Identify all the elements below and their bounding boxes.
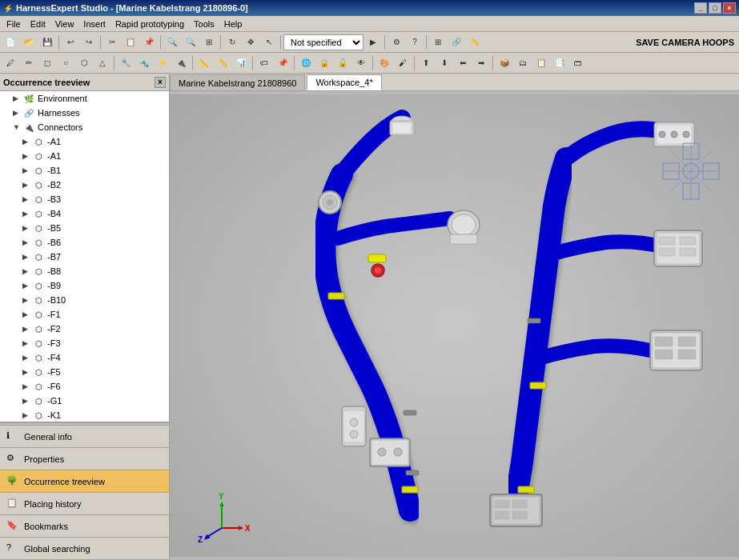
copy-button[interactable]: 📋 — [122, 34, 139, 51]
tree-item[interactable]: ▶⬡-B3 — [0, 192, 169, 206]
tb2-btn9[interactable]: ⚡ — [154, 54, 171, 72]
settings-button[interactable]: ⚙ — [388, 34, 405, 51]
cut-button[interactable]: ✂ — [103, 34, 121, 51]
tree-item[interactable]: ▶🔗Harnesses — [0, 106, 169, 120]
tb2-btn1[interactable]: 🖊 — [2, 54, 19, 72]
tb2-btn4[interactable]: ○ — [57, 54, 74, 72]
undo-button[interactable]: ↩ — [62, 34, 79, 51]
treeview-close-button[interactable]: × — [155, 77, 166, 88]
paste-button[interactable]: 📌 — [140, 34, 158, 51]
tree-item[interactable]: ▶⬡-G1 — [0, 394, 169, 408]
close-button[interactable]: × — [723, 2, 736, 14]
tb2-btn27[interactable]: 🗂 — [514, 54, 532, 72]
measure-button[interactable]: 📏 — [466, 34, 484, 51]
tb2-btn10[interactable]: 🔌 — [172, 54, 190, 72]
nav-btn-bookmarks[interactable]: 🔖Bookmarks — [0, 515, 169, 538]
redo-button[interactable]: ↪ — [80, 34, 98, 51]
tb2-btn5[interactable]: ⬡ — [75, 54, 93, 72]
tab-1[interactable]: Workspace_4* — [307, 74, 381, 90]
tb2-btn26[interactable]: 📦 — [496, 54, 513, 72]
tree-item[interactable]: ▶⬡-K1 — [0, 408, 169, 422]
zoom-out-button[interactable]: 🔍 — [182, 34, 199, 51]
tb2-btn12[interactable]: 📏 — [214, 54, 231, 72]
tb2-btn14[interactable]: 🏷 — [255, 54, 273, 72]
tb2-btn18[interactable]: 🔓 — [334, 54, 351, 72]
tb2-btn13[interactable]: 📊 — [232, 54, 250, 72]
snap-button[interactable]: 🔗 — [448, 34, 465, 51]
tree-item[interactable]: ▶⬡-F6 — [0, 379, 169, 394]
save-button[interactable]: 💾 — [38, 34, 56, 51]
tree-item[interactable]: ▶⬡-B4 — [0, 206, 169, 221]
tb2-btn22[interactable]: ⬆ — [417, 54, 435, 72]
help-button[interactable]: ? — [406, 34, 424, 51]
not-specified-dropdown[interactable]: Not specified — [283, 34, 363, 50]
grid-button[interactable]: ⊞ — [429, 34, 447, 51]
tree-item[interactable]: ▶⬡-A1 — [0, 149, 169, 163]
select-button[interactable]: ↖ — [260, 34, 278, 51]
menu-item-tools[interactable]: Tools — [189, 18, 219, 30]
minimize-button[interactable]: _ — [694, 2, 707, 14]
nav-btn-global-searching[interactable]: ?Global searching — [0, 538, 169, 560]
tree-item[interactable]: ▶⬡-B10 — [0, 293, 169, 307]
rotate-button[interactable]: ↻ — [223, 34, 241, 51]
zoom-fit-button[interactable]: ⊞ — [200, 34, 218, 51]
treeview-header: Occurrence treeview × — [0, 74, 169, 91]
tree-item[interactable]: ▶⬡-F4 — [0, 350, 169, 365]
menu-item-view[interactable]: View — [50, 18, 79, 30]
tb2-btn16[interactable]: 🌐 — [297, 54, 315, 72]
tree-item[interactable]: ▶⬡-B9 — [0, 278, 169, 293]
tb2-btn23[interactable]: ⬇ — [436, 54, 453, 72]
tb2-btn29[interactable]: 📑 — [551, 54, 568, 72]
open-button[interactable]: 📂 — [20, 34, 38, 51]
tb2-btn19[interactable]: 👁 — [352, 54, 370, 72]
tree-item[interactable]: ▼🔌Connectors — [0, 120, 169, 134]
tb2-btn8[interactable]: 🔩 — [135, 54, 153, 72]
nav-btn-general-info[interactable]: ℹGeneral info — [0, 426, 169, 448]
tree-item[interactable]: ▶⬡-B5 — [0, 221, 169, 235]
tb2-btn2[interactable]: ✏ — [20, 54, 38, 72]
tb2-btn20[interactable]: 🎨 — [376, 54, 393, 72]
tab-0[interactable]: Marine Kabelstrang 21808960 — [170, 74, 305, 90]
sep-t2-2 — [192, 56, 193, 70]
apply-button[interactable]: ▶ — [364, 34, 382, 51]
nav-btn-occurrence-treeview[interactable]: 🌳Occurrence treeview — [0, 470, 169, 493]
new-button[interactable]: 📄 — [2, 34, 19, 51]
tb2-btn17[interactable]: 🔒 — [315, 54, 333, 72]
tb2-btn11[interactable]: 📐 — [195, 54, 213, 72]
tree-item[interactable]: ▶🌿Environment — [0, 91, 169, 106]
tb2-btn7[interactable]: 🔧 — [117, 54, 135, 72]
tb2-btn24[interactable]: ⬅ — [454, 54, 472, 72]
tb2-btn15[interactable]: 📌 — [274, 54, 291, 72]
occurrence-tree[interactable]: ▶🌿Environment▶🔗Harnesses▼🔌Connectors▶⬡-A… — [0, 91, 169, 422]
nav-btn-label: Global searching — [24, 544, 90, 554]
tree-item[interactable]: ▶⬡-B7 — [0, 250, 169, 264]
menu-item-edit[interactable]: Edit — [26, 18, 50, 30]
tree-item[interactable]: ▶⬡-B2 — [0, 178, 169, 192]
menu-item-help[interactable]: Help — [219, 18, 247, 30]
tree-item[interactable]: ▶⬡-B1 — [0, 163, 169, 178]
menu-item-file[interactable]: File — [2, 18, 26, 30]
3d-viewport[interactable]: X Y Z — [170, 91, 739, 560]
tb2-btn3[interactable]: ◻ — [38, 54, 56, 72]
tree-item[interactable]: ▶⬡-F2 — [0, 322, 169, 336]
window-controls[interactable]: _ □ × — [694, 2, 736, 14]
tree-item[interactable]: ▶⬡-B6 — [0, 235, 169, 250]
tb2-btn25[interactable]: ➡ — [472, 54, 490, 72]
tree-item-label: -B7 — [47, 252, 61, 262]
tree-item[interactable]: ▶⬡-F3 — [0, 336, 169, 350]
zoom-in-button[interactable]: 🔍 — [163, 34, 181, 51]
tb2-btn30[interactable]: 🗃 — [569, 54, 587, 72]
nav-btn-placing-history[interactable]: 📋Placing history — [0, 493, 169, 515]
tree-item[interactable]: ▶⬡-F5 — [0, 365, 169, 379]
tree-item[interactable]: ▶⬡-B8 — [0, 264, 169, 278]
menu-item-insert[interactable]: Insert — [78, 18, 110, 30]
nav-btn-properties[interactable]: ⚙Properties — [0, 448, 169, 470]
tb2-btn21[interactable]: 🖌 — [394, 54, 412, 72]
menu-item-rapid-prototyping[interactable]: Rapid prototyping — [110, 18, 189, 30]
tree-item[interactable]: ▶⬡-F1 — [0, 307, 169, 322]
maximize-button[interactable]: □ — [709, 2, 721, 14]
tb2-btn28[interactable]: 📋 — [532, 54, 550, 72]
pan-button[interactable]: ✥ — [242, 34, 259, 51]
tree-item[interactable]: ▶⬡-A1 — [0, 134, 169, 149]
tb2-btn6[interactable]: △ — [94, 54, 111, 72]
